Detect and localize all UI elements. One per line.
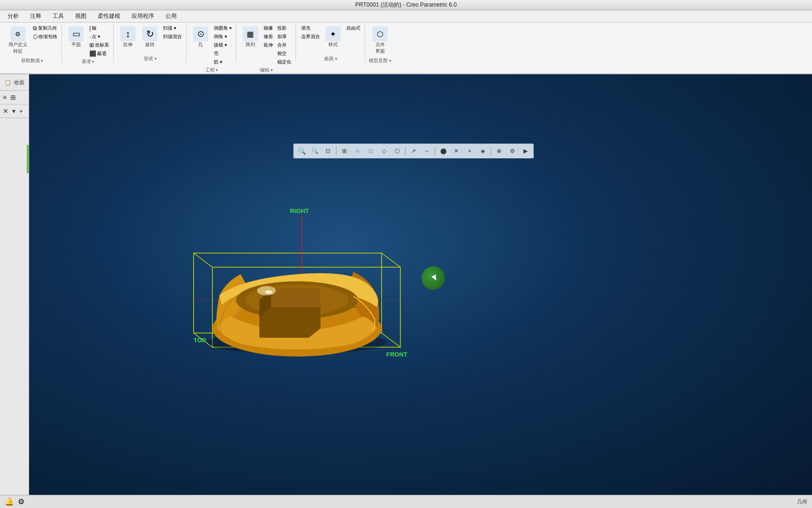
btn-trim[interactable]: 修剪 [262, 33, 274, 40]
surface-group-label[interactable]: 曲面 ▾ [300, 56, 362, 62]
add-icon: + [19, 107, 23, 115]
btn-round-label: 倒圆角 ▾ [214, 25, 232, 32]
label-front: FRONT [386, 351, 407, 358]
btn-plane[interactable]: ▭ 平面 [66, 24, 86, 50]
menu-bar: 分析 注释 工具 视图 柔性建模 应用程序 公用 [0, 10, 812, 23]
vt-orient2[interactable]: ○ [351, 145, 364, 157]
vt-settings[interactable]: ⚙ [506, 145, 518, 157]
sidebar-btn-collect[interactable]: 📋 收面 [2, 76, 27, 88]
vt-play[interactable]: ▶ [519, 145, 531, 157]
model-intent-group-label[interactable]: 模型意图 ▾ [369, 57, 391, 64]
vt-zoom-fit[interactable]: ⊡ [322, 145, 334, 157]
menu-flexible[interactable]: 柔性建模 [92, 11, 126, 21]
btn-extend[interactable]: 延伸 [262, 41, 274, 49]
surface-buttons: 填充 边界混合 ✦ 样式 自由式 [300, 24, 362, 50]
vt-target[interactable]: ◈ [476, 145, 489, 157]
vt-plus[interactable]: ⊕ [493, 145, 505, 157]
ribbon-group-getdata: ⚙ 用户定义特征 ⧉ 复制几何 ⬡ 收缩包络 获取数据 ▾ [3, 24, 62, 62]
sidebar-btn-add[interactable]: + [18, 106, 24, 116]
sidebar-btn-close[interactable]: ✕ [2, 106, 9, 116]
btn-copy-geo[interactable]: ⧉ 复制几何 [31, 24, 59, 32]
btn-user-defined-feature[interactable]: ⚙ 用户定义特征 [6, 24, 30, 56]
bbox-edge3 [382, 253, 400, 267]
label-right: RIGHT [290, 207, 309, 214]
hole-icon: ⊙ [193, 26, 208, 41]
btn-shell[interactable]: 壳 [212, 50, 233, 57]
btn-sweep[interactable]: 扫描 ▾ [162, 24, 183, 32]
btn-extrude[interactable]: ↕ 拉伸 [117, 24, 138, 50]
status-icon: 🔔 [5, 497, 14, 506]
btn-extrude-label: 拉伸 [123, 41, 133, 48]
btn-component-interface[interactable]: ⬡ 元件界面 [370, 24, 390, 56]
btn-mirror[interactable]: 镜像 [262, 24, 274, 32]
btn-mirror-label: 镜像 [264, 25, 273, 32]
vt-dot[interactable]: ⬤ [437, 145, 449, 157]
viewport-3d[interactable]: 🔍 🔍 ⊡ ⊞ ○ □ ◇ ⬡ ↗ → ⬤ ✕ ⌖ ◈ ⊕ ⚙ ▶ [29, 74, 812, 495]
style-icon: ✦ [326, 26, 341, 41]
btn-style[interactable]: ✦ 样式 [323, 24, 344, 50]
btn-fill-label: 填充 [301, 25, 311, 32]
btn-draft[interactable]: 拔模 ▾ [212, 41, 233, 49]
btn-style-label: 样式 [328, 41, 338, 48]
menu-tools[interactable]: 工具 [47, 11, 70, 21]
sidebar-btn-list[interactable]: ≡ [2, 93, 8, 102]
btn-sweep-blend[interactable]: 扫描混合 [162, 33, 183, 40]
vt-zoom-out[interactable]: 🔍 [309, 145, 321, 157]
btn-hole[interactable]: ⊙ 孔 [190, 24, 211, 50]
btn-merge[interactable]: 合并 [276, 41, 293, 49]
menu-apps[interactable]: 应用程序 [126, 11, 160, 21]
edit-group-label[interactable]: 编辑 ▾ [240, 67, 293, 73]
status-icon2: ⚙ [18, 497, 24, 506]
sidebar-section-controls: ✕ ▾ + [0, 104, 29, 118]
shape-group-label[interactable]: 形状 ▾ [117, 56, 183, 62]
btn-round[interactable]: 倒圆角 ▾ [212, 24, 233, 32]
menu-public[interactable]: 公用 [160, 11, 182, 21]
btn-revolve[interactable]: ↻ 旋转 [140, 24, 160, 50]
btn-coord-sys[interactable]: ⊞ 坐标系 [88, 41, 110, 49]
sidebar-section-collect: 📋 收面 [0, 74, 29, 91]
ribbon-group-datum: ▭ 平面 | 轴 · 点 ▾ ⊞ 坐标系 [63, 24, 114, 62]
menu-view[interactable]: 视图 [70, 11, 92, 21]
btn-chamfer[interactable]: 倒角 ▾ [212, 33, 233, 40]
btn-array[interactable]: ▦ 阵列 [240, 24, 261, 50]
btn-axis[interactable]: | 轴 [88, 24, 110, 32]
datum-buttons: ▭ 平面 | 轴 · 点 ▾ ⊞ 坐标系 [66, 24, 110, 57]
btn-hide[interactable]: ⬛ 蔽遮 [88, 50, 110, 57]
btn-boundary-blend[interactable]: 边界混合 [300, 33, 321, 40]
menu-annotation[interactable]: 注释 [24, 11, 47, 21]
getdata-group-label[interactable]: 获取数据 ▾ [6, 57, 59, 64]
menu-analysis[interactable]: 分析 [2, 11, 24, 21]
left-sidebar: 📋 收面 ≡ ⊞ ✕ ▾ + [0, 74, 29, 495]
btn-point[interactable]: · 点 ▾ [88, 33, 110, 40]
vt-orient3[interactable]: □ [365, 145, 377, 157]
engineering-group-label[interactable]: 工程 ▾ [190, 67, 233, 73]
vt-zoom-in[interactable]: 🔍 [296, 145, 308, 157]
btn-stabilize[interactable]: 稳定化 [276, 58, 293, 66]
sidebar-btn-grid[interactable]: ⊞ [9, 93, 17, 102]
vt-orient5[interactable]: ⬡ [391, 145, 403, 157]
btn-array-label: 阵列 [246, 41, 255, 48]
btn-trim-label: 修剪 [264, 33, 273, 40]
close-icon: ✕ [3, 107, 8, 115]
btn-project[interactable]: 投影 [276, 24, 293, 32]
datum-group-label[interactable]: 基准 ▾ [66, 58, 110, 65]
vt-orient4[interactable]: ◇ [378, 145, 390, 157]
vt-orient1[interactable]: ⊞ [338, 145, 351, 157]
btn-freestyle[interactable]: 自由式 [345, 24, 362, 32]
vt-center[interactable]: ⌖ [463, 145, 476, 157]
btn-thicken[interactable]: 加厚 [276, 33, 293, 40]
btn-rib[interactable]: 筋 ▾ [212, 58, 233, 66]
vt-cross[interactable]: ✕ [450, 145, 462, 157]
vt-arrow[interactable]: ↗ [407, 145, 420, 157]
sidebar-btn-dropdown[interactable]: ▾ [11, 106, 16, 116]
btn-shrink-wrap[interactable]: ⬡ 收缩包络 [31, 33, 59, 40]
vt-sep2 [405, 146, 406, 156]
btn-sweep-blend-label: 扫描混合 [163, 33, 182, 40]
btn-fill[interactable]: 填充 [300, 24, 321, 32]
vt-select[interactable]: → [421, 145, 433, 157]
ribbon-group-shape: ↕ 拉伸 ↻ 旋转 扫描 ▾ 扫描混合 形状 ▾ [115, 24, 187, 62]
btn-sweep-label: 扫描 ▾ [163, 25, 176, 32]
model-intent-buttons: ⬡ 元件界面 [370, 24, 390, 56]
shape-buttons: ↕ 拉伸 ↻ 旋转 扫描 ▾ 扫描混合 [117, 24, 183, 50]
btn-intersect[interactable]: 相交 [276, 50, 293, 57]
